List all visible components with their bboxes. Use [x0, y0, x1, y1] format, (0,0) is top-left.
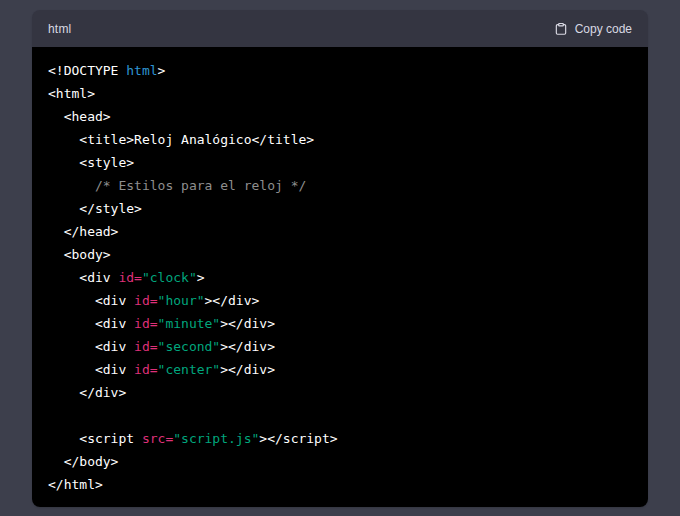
code-token: Reloj Analógico [134, 132, 251, 147]
code-line: <body> [48, 243, 632, 266]
code-block-header: html Copy code [32, 10, 648, 47]
code-token: </div> [48, 385, 126, 400]
code-token: <div [48, 293, 134, 308]
code-token: id= [118, 270, 141, 285]
code-token: <div [48, 316, 134, 331]
code-token: </html> [48, 477, 103, 492]
code-token: </title> [252, 132, 315, 147]
code-line: <div id="hour"></div> [48, 289, 632, 312]
chat-background: { "code_block": { "language_label": "htm… [0, 0, 680, 516]
code-token: <style> [48, 155, 134, 170]
code-line: </head> [48, 220, 632, 243]
code-root: <!DOCTYPE html><html> <head> <title>Relo… [48, 59, 632, 496]
code-line: <html> [48, 82, 632, 105]
code-token: /* Estilos para el reloj */ [48, 178, 306, 193]
code-token: src= [142, 431, 173, 446]
code-block: html Copy code <!DOCTYPE html><html> <he… [32, 10, 648, 507]
code-language-label: html [48, 22, 71, 36]
copy-code-label: Copy code [575, 22, 632, 36]
code-content: <!DOCTYPE html><html> <head> <title>Relo… [32, 47, 648, 507]
code-token: ></div> [220, 316, 275, 331]
copy-code-button[interactable]: Copy code [554, 22, 632, 36]
code-line: </div> [48, 381, 632, 404]
code-token: <div [48, 362, 134, 377]
code-token: > [197, 270, 205, 285]
code-line: <title>Reloj Analógico</title> [48, 128, 632, 151]
code-line: <div id="clock"> [48, 266, 632, 289]
code-token: id= [134, 362, 157, 377]
code-token: ></div> [220, 362, 275, 377]
clipboard-icon [554, 22, 568, 36]
code-token: "minute" [158, 316, 221, 331]
code-token: </style> [48, 201, 142, 216]
code-token: "second" [158, 339, 221, 354]
code-token: ></div> [205, 293, 260, 308]
code-token: "center" [158, 362, 221, 377]
code-token: <head> [48, 109, 111, 124]
code-line: <div id="center"></div> [48, 358, 632, 381]
code-token: > [158, 63, 166, 78]
code-token: ></script> [259, 431, 337, 446]
code-token: id= [134, 293, 157, 308]
code-line: <div id="minute"></div> [48, 312, 632, 335]
code-line: <head> [48, 105, 632, 128]
code-line: <script src="script.js"></script> [48, 427, 632, 450]
code-token: </body> [48, 454, 118, 469]
code-token: ></div> [220, 339, 275, 354]
code-token: "hour" [158, 293, 205, 308]
code-token: "script.js" [173, 431, 259, 446]
code-token: </head> [48, 224, 118, 239]
code-line: /* Estilos para el reloj */ [48, 174, 632, 197]
code-token: "clock" [142, 270, 197, 285]
code-token: <html> [48, 86, 95, 101]
code-token: id= [134, 339, 157, 354]
code-token: id= [134, 316, 157, 331]
code-token: <body> [48, 247, 111, 262]
code-line: </html> [48, 473, 632, 496]
code-line: <div id="second"></div> [48, 335, 632, 358]
code-token: html [126, 63, 157, 78]
code-token: <div [48, 339, 134, 354]
code-line [48, 404, 632, 427]
code-token: <script [48, 431, 142, 446]
code-line: </style> [48, 197, 632, 220]
code-line: <!DOCTYPE html> [48, 59, 632, 82]
code-line: <style> [48, 151, 632, 174]
code-token: <title> [48, 132, 134, 147]
code-token: <!DOCTYPE [48, 63, 126, 78]
code-line: </body> [48, 450, 632, 473]
code-token: <div [48, 270, 118, 285]
